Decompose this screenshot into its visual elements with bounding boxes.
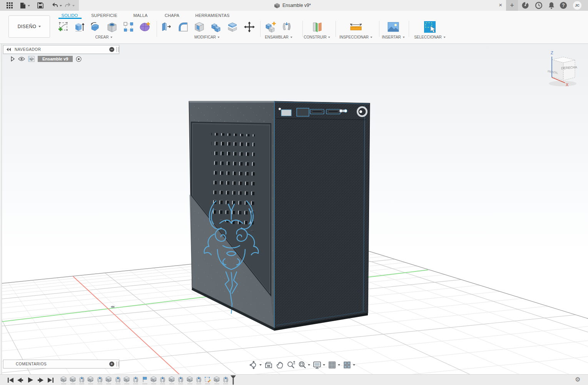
timeline-feature-joint[interactable] bbox=[158, 376, 167, 385]
help-icon[interactable]: ? bbox=[559, 1, 568, 10]
create-form-icon[interactable] bbox=[139, 20, 152, 33]
hole-icon[interactable] bbox=[105, 20, 119, 33]
timeline-feature-joint[interactable] bbox=[221, 376, 230, 385]
comments-resize-grip[interactable] bbox=[117, 362, 119, 367]
expand-arrow-icon[interactable] bbox=[11, 56, 15, 62]
document-tab[interactable]: Ensamble v9* × bbox=[79, 0, 506, 11]
look-at-icon[interactable] bbox=[264, 361, 273, 369]
timeline-feature-rigid-group[interactable] bbox=[86, 376, 95, 385]
tab-herramientas[interactable]: HERRAMIENTAS bbox=[195, 13, 230, 18]
shell-icon[interactable] bbox=[193, 20, 206, 33]
file-menu-icon[interactable] bbox=[18, 2, 27, 9]
press-pull-icon[interactable] bbox=[159, 20, 172, 33]
timeline-feature-rigid-group[interactable] bbox=[149, 376, 158, 385]
group-insertar[interactable]: INSERTAR bbox=[382, 35, 405, 39]
timeline-feature-rigid-group[interactable] bbox=[104, 376, 113, 385]
fit-caret[interactable] bbox=[308, 364, 310, 366]
rectangular-pattern-icon[interactable] bbox=[122, 20, 135, 33]
timeline-position-marker[interactable] bbox=[230, 375, 236, 385]
play-button[interactable] bbox=[27, 377, 34, 383]
combine-icon[interactable] bbox=[209, 20, 222, 33]
fillet-icon[interactable] bbox=[177, 20, 190, 33]
orbit-icon[interactable] bbox=[249, 361, 258, 369]
group-inspeccionar[interactable]: INSPECCIONAR bbox=[339, 35, 373, 39]
viewcube[interactable]: FRONTAL DERECHA Z X bbox=[540, 48, 585, 90]
extensions-icon[interactable] bbox=[521, 1, 530, 10]
navigator-collapse-badge[interactable]: − bbox=[109, 47, 114, 52]
close-tab-icon[interactable]: × bbox=[499, 1, 502, 9]
display-settings-caret[interactable] bbox=[323, 364, 325, 366]
visibility-eye-icon[interactable] bbox=[18, 57, 25, 61]
tab-superficie[interactable]: SUPERFICIE bbox=[91, 13, 117, 18]
tab-chapa[interactable]: CHAPA bbox=[165, 13, 179, 18]
timeline-feature-sketch-edit[interactable] bbox=[203, 376, 212, 385]
extrude-icon[interactable] bbox=[73, 20, 86, 33]
viewport-3d[interactable]: NAVEGADOR − Ensamble v9 FRONTAL DERECHA … bbox=[0, 44, 588, 385]
notifications-bell-icon[interactable] bbox=[547, 1, 556, 10]
file-menu-caret[interactable] bbox=[28, 5, 30, 7]
group-ensamblar[interactable]: ENSAMBLAR bbox=[265, 35, 292, 39]
timeline-settings-gear-icon[interactable]: ⚙ bbox=[575, 376, 580, 383]
new-tab-button[interactable]: + bbox=[506, 0, 518, 11]
timeline-feature-rigid-group[interactable] bbox=[122, 376, 131, 385]
timeline-feature-joint[interactable] bbox=[194, 376, 203, 385]
timeline-feature-rigid-group[interactable] bbox=[185, 376, 194, 385]
display-settings-icon[interactable] bbox=[313, 361, 321, 369]
user-avatar[interactable]: JC bbox=[573, 1, 581, 10]
timeline-feature-joint[interactable] bbox=[77, 376, 86, 385]
go-to-end-button[interactable] bbox=[47, 377, 54, 383]
fit-icon[interactable] bbox=[298, 361, 306, 369]
timeline-feature-rigid-group[interactable] bbox=[167, 376, 176, 385]
split-body-icon[interactable] bbox=[226, 20, 239, 33]
pan-icon[interactable] bbox=[276, 361, 284, 369]
timeline-feature-flag[interactable] bbox=[140, 376, 149, 385]
timeline-feature-joint[interactable] bbox=[131, 376, 140, 385]
viewports-caret[interactable] bbox=[353, 364, 355, 366]
select-window-icon[interactable] bbox=[423, 20, 436, 33]
revolve-icon[interactable] bbox=[89, 20, 102, 33]
navigator-root-item[interactable]: Ensamble v9 bbox=[38, 56, 73, 62]
measure-icon[interactable] bbox=[349, 20, 362, 33]
undo-icon[interactable] bbox=[50, 2, 59, 9]
layout-grid-icon[interactable] bbox=[328, 361, 336, 369]
recent-clock-icon[interactable] bbox=[535, 1, 543, 10]
case-front-panel[interactable] bbox=[274, 101, 370, 328]
pc-case-model[interactable] bbox=[189, 101, 370, 331]
construction-plane-icon[interactable] bbox=[311, 20, 324, 33]
viewcube-right-face[interactable] bbox=[563, 60, 575, 80]
orbit-caret[interactable] bbox=[259, 364, 262, 366]
app-grid-icon[interactable] bbox=[5, 2, 14, 9]
layout-grid-caret[interactable] bbox=[338, 364, 340, 366]
redo-icon[interactable] bbox=[64, 2, 72, 9]
insert-image-icon[interactable] bbox=[387, 20, 400, 33]
viewports-icon[interactable] bbox=[343, 361, 351, 369]
timeline-feature-rigid-group[interactable] bbox=[68, 376, 77, 385]
timeline-feature-joint[interactable] bbox=[176, 376, 185, 385]
timeline-feature-rigid-group[interactable] bbox=[59, 376, 68, 385]
redo-caret[interactable] bbox=[72, 5, 75, 7]
joint-icon[interactable] bbox=[280, 20, 293, 33]
left-panel-edge[interactable] bbox=[0, 44, 2, 385]
design-menu-button[interactable]: DISEÑO bbox=[8, 15, 50, 38]
collapse-left-icon[interactable] bbox=[7, 48, 11, 51]
zoom-icon[interactable] bbox=[287, 361, 295, 369]
timeline-feature-joint[interactable] bbox=[95, 376, 104, 385]
move-icon[interactable] bbox=[243, 20, 256, 33]
save-icon[interactable] bbox=[36, 2, 45, 9]
group-seleccionar[interactable]: SELECCIONAR bbox=[414, 35, 446, 39]
undo-caret[interactable] bbox=[60, 5, 62, 7]
group-crear[interactable]: CREAR bbox=[95, 35, 112, 39]
step-forward-button[interactable] bbox=[37, 377, 44, 383]
timeline-feature-joint[interactable] bbox=[113, 376, 122, 385]
group-construir[interactable]: CONSTRUIR bbox=[304, 35, 330, 39]
comments-add-badge[interactable]: + bbox=[109, 362, 114, 367]
timeline-feature-rigid-group[interactable] bbox=[212, 376, 221, 385]
create-sketch-icon[interactable] bbox=[57, 20, 70, 33]
go-to-start-button[interactable] bbox=[7, 377, 14, 383]
activate-radio-icon[interactable] bbox=[76, 56, 82, 62]
tab-solido[interactable]: SOLIDO bbox=[62, 13, 78, 18]
navigator-root-row[interactable]: Ensamble v9 bbox=[11, 56, 82, 62]
navigator-resize-grip[interactable] bbox=[117, 47, 119, 52]
step-back-button[interactable] bbox=[17, 377, 24, 383]
tab-malla[interactable]: MALLA bbox=[133, 13, 147, 18]
